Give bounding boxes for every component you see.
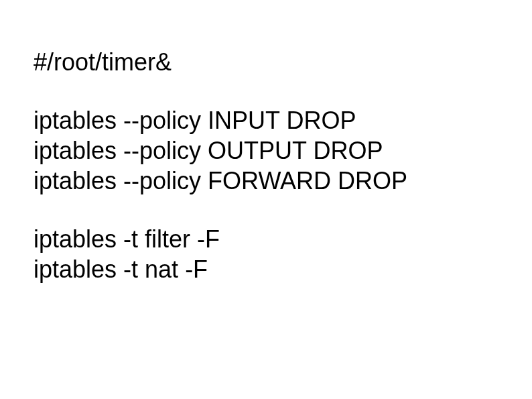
code-line: iptables -t filter -F bbox=[34, 224, 498, 254]
code-line: iptables --policy FORWARD DROP bbox=[34, 166, 498, 196]
code-line: iptables --policy INPUT DROP bbox=[34, 105, 498, 135]
text-block-3: iptables -t filter -F iptables -t nat -F bbox=[34, 224, 498, 284]
code-line: #/root/timer& bbox=[34, 47, 498, 77]
code-line: iptables -t nat -F bbox=[34, 254, 498, 284]
text-block-1: #/root/timer& bbox=[34, 47, 498, 77]
code-line: iptables --policy OUTPUT DROP bbox=[34, 135, 498, 166]
text-block-2: iptables --policy INPUT DROP iptables --… bbox=[34, 105, 498, 196]
